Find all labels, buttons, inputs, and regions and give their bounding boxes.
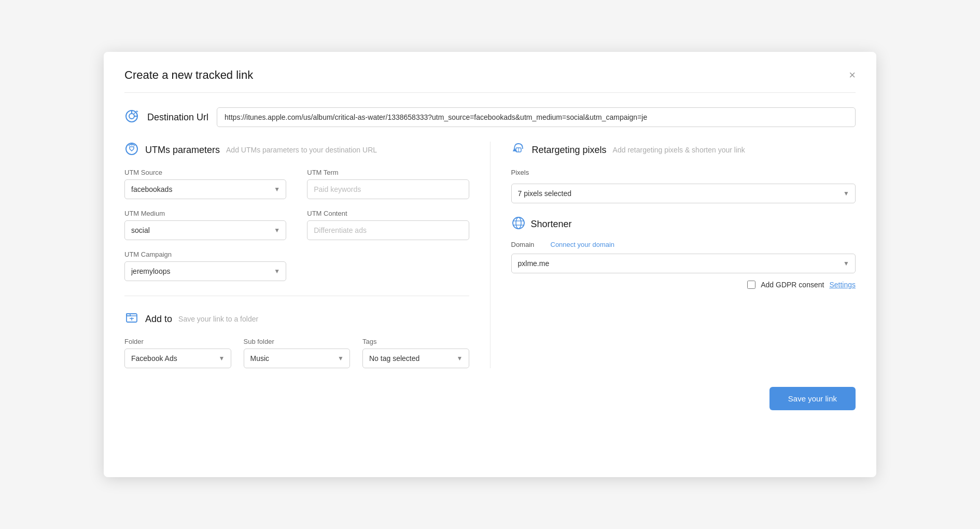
tags-wrapper: No tag selected ▼ bbox=[362, 349, 469, 368]
utm-campaign-label: UTM Campaign bbox=[124, 250, 286, 258]
utm-term-label: UTM Term bbox=[307, 169, 469, 176]
utm-term-input[interactable] bbox=[307, 179, 469, 199]
main-content: UTMs parameters Add UTMs parameters to y… bbox=[124, 142, 856, 368]
utm-grid: UTM Source facebookads ▼ UTM Term UTM M bbox=[124, 169, 469, 281]
add-to-header: Add to Save your link to a folder bbox=[124, 311, 469, 327]
utm-content-group: UTM Content bbox=[307, 210, 469, 240]
shortener-header: Shortener bbox=[511, 216, 856, 232]
subfolder-group: Sub folder Music ▼ bbox=[244, 338, 351, 368]
utm-campaign-wrapper: jeremyloops ▼ bbox=[124, 261, 286, 281]
right-section: Retargeting pixels Add retargeting pixel… bbox=[490, 142, 856, 368]
utm-source-group: UTM Source facebookads ▼ bbox=[124, 169, 286, 199]
subfolder-wrapper: Music ▼ bbox=[244, 349, 351, 368]
add-to-label: Add to bbox=[145, 314, 172, 325]
close-button[interactable]: × bbox=[849, 69, 856, 81]
domain-field-group: pxlme.me ▼ bbox=[511, 254, 856, 273]
pixels-wrapper: 7 pixels selected ▼ bbox=[511, 184, 856, 203]
add-to-icon bbox=[124, 311, 139, 327]
utm-term-group: UTM Term bbox=[307, 169, 469, 199]
pixels-select[interactable]: 7 pixels selected bbox=[511, 184, 856, 203]
destination-label: Destination Url bbox=[147, 112, 208, 123]
retargeting-header: Retargeting pixels Add retargeting pixel… bbox=[511, 142, 856, 158]
utm-section-subtitle: Add UTMs parameters to your destination … bbox=[226, 146, 377, 154]
utm-medium-group: UTM Medium social ▼ bbox=[124, 210, 286, 240]
utm-section-label: UTMs parameters bbox=[145, 145, 220, 156]
retargeting-subtitle: Add retargeting pixels & shorten your li… bbox=[613, 146, 745, 154]
utm-source-select[interactable]: facebookads bbox=[124, 179, 286, 199]
retargeting-label: Retargeting pixels bbox=[532, 145, 607, 156]
subfolder-label: Sub folder bbox=[244, 338, 351, 345]
divider bbox=[124, 296, 469, 296]
utm-source-label: UTM Source bbox=[124, 169, 286, 176]
retargeting-icon bbox=[511, 142, 526, 158]
modal-header: Create a new tracked link × bbox=[124, 68, 856, 93]
domain-label: Domain bbox=[511, 241, 542, 248]
utm-content-input[interactable] bbox=[307, 220, 469, 240]
add-to-subtitle: Save your link to a folder bbox=[178, 315, 258, 323]
destination-icon bbox=[124, 109, 139, 126]
gdpr-label: Add GDPR consent bbox=[761, 281, 824, 289]
utm-campaign-select[interactable]: jeremyloops bbox=[124, 261, 286, 281]
domain-row: Domain Connect your domain bbox=[511, 241, 856, 248]
domain-select[interactable]: pxlme.me bbox=[511, 254, 856, 273]
shortener-section: Shortener Domain Connect your domain pxl… bbox=[511, 216, 856, 289]
folder-wrapper: Facebook Ads ▼ bbox=[124, 349, 231, 368]
retargeting-section: Retargeting pixels Add retargeting pixel… bbox=[511, 142, 856, 203]
folder-group: Folder Facebook Ads ▼ bbox=[124, 338, 231, 368]
gdpr-settings-link[interactable]: Settings bbox=[829, 281, 856, 289]
svg-point-12 bbox=[513, 217, 524, 229]
folder-select[interactable]: Facebook Ads bbox=[124, 349, 231, 368]
utm-medium-select[interactable]: social bbox=[124, 220, 286, 240]
tags-select[interactable]: No tag selected bbox=[362, 349, 469, 368]
gdpr-checkbox[interactable] bbox=[747, 281, 755, 289]
shortener-title: Shortener bbox=[531, 219, 572, 230]
pixels-label: Pixels bbox=[511, 169, 856, 176]
folder-row: Folder Facebook Ads ▼ Sub folder bbox=[124, 338, 469, 368]
footer: Save your link bbox=[124, 387, 856, 410]
destination-row: Destination Url bbox=[124, 107, 856, 127]
modal-container: Create a new tracked link × Destination … bbox=[104, 52, 876, 477]
utm-medium-label: UTM Medium bbox=[124, 210, 286, 217]
tags-label: Tags bbox=[362, 338, 469, 345]
save-button[interactable]: Save your link bbox=[769, 387, 856, 410]
svg-line-3 bbox=[134, 113, 136, 115]
subfolder-select[interactable]: Music bbox=[244, 349, 351, 368]
utm-icon bbox=[124, 142, 139, 158]
utm-content-label: UTM Content bbox=[307, 210, 469, 217]
utm-medium-wrapper: social ▼ bbox=[124, 220, 286, 240]
pixels-field-group: Pixels 7 pixels selected ▼ bbox=[511, 169, 856, 203]
gdpr-row: Add GDPR consent Settings bbox=[511, 281, 856, 289]
modal-title: Create a new tracked link bbox=[124, 68, 253, 82]
shortener-icon bbox=[511, 216, 526, 232]
utm-section: UTMs parameters Add UTMs parameters to y… bbox=[124, 142, 469, 368]
utm-campaign-group: UTM Campaign jeremyloops ▼ bbox=[124, 250, 286, 281]
folder-label: Folder bbox=[124, 338, 231, 345]
tags-group: Tags No tag selected ▼ bbox=[362, 338, 469, 368]
add-to-section: Add to Save your link to a folder Folder… bbox=[124, 311, 469, 368]
domain-select-wrapper: pxlme.me ▼ bbox=[511, 254, 856, 273]
svg-point-13 bbox=[516, 217, 521, 229]
destination-url-input[interactable] bbox=[217, 107, 856, 127]
connect-domain-link[interactable]: Connect your domain bbox=[551, 241, 615, 248]
utm-source-wrapper: facebookads ▼ bbox=[124, 179, 286, 199]
utm-header: UTMs parameters Add UTMs parameters to y… bbox=[124, 142, 469, 158]
